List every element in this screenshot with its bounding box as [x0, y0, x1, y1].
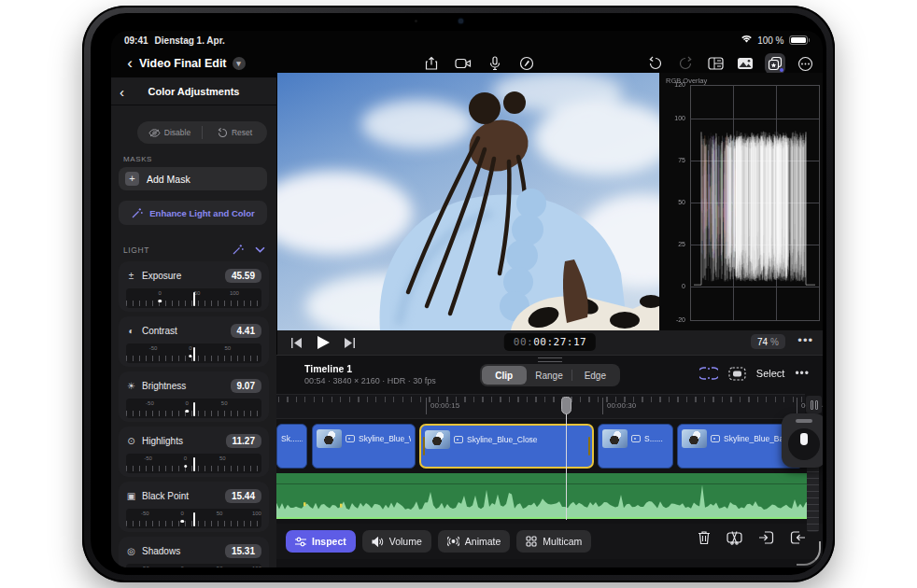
timeline-clip-skyline-blue-wide[interactable]: Skyline_Blue_Wide — [312, 424, 416, 469]
timeline-clip-s-[interactable]: S...... — [598, 424, 673, 469]
ruler-value-indicator — [193, 457, 195, 471]
light-collapse-chevron-icon[interactable] — [255, 246, 265, 253]
snapping-icon[interactable] — [699, 366, 718, 381]
adjustment-ruler[interactable]: 050100 — [126, 288, 261, 308]
timeline-clip-skyline-blue-close[interactable]: Skyline_Blue_Close — [419, 424, 594, 469]
highlights-icon: ⊙ — [126, 436, 136, 446]
multicam-button[interactable]: Multicam — [516, 530, 591, 553]
playhead-handle[interactable] — [561, 397, 571, 414]
adjustment-value[interactable]: 15.44 — [225, 489, 261, 503]
media-icon[interactable] — [735, 53, 755, 74]
mode-range-button[interactable]: Range — [527, 366, 571, 385]
adjustment-contrast: ◐Contrast4.41-50050 — [119, 316, 269, 367]
ruler-origin-dot — [186, 410, 190, 413]
reset-label: Reset — [232, 128, 252, 137]
adjustment-ruler[interactable]: -50050100 — [126, 509, 261, 528]
effects-icon[interactable] — [765, 53, 785, 74]
clip-thumbnail — [425, 430, 450, 449]
ruler-tick-label: 0 — [181, 511, 184, 516]
panel-back-button[interactable]: ‹ — [120, 82, 134, 101]
status-bar: 09:41 Dienstag 1. Apr. 100 % — [111, 31, 823, 49]
adjustment-value[interactable]: 11.27 — [226, 434, 261, 448]
adjustment-value[interactable]: 9.07 — [231, 379, 261, 393]
inspect-button[interactable]: Inspect — [286, 530, 356, 553]
adjustment-label: Exposure — [142, 271, 219, 281]
exposure-icon: ± — [126, 271, 136, 281]
skip-forward-icon[interactable] — [341, 333, 358, 352]
timeline-clip-sk-[interactable]: Sk...... — [276, 424, 307, 469]
timeline-more-icon[interactable]: ••• — [795, 367, 810, 380]
adjustment-label: Contrast — [142, 326, 225, 336]
adjustment-value[interactable]: 15.31 — [225, 544, 261, 558]
light-label: LIGHT — [123, 245, 232, 255]
timecode-display[interactable]: 00:00:27:17 — [504, 333, 596, 351]
timecode-hours: 00: — [514, 336, 533, 348]
ruler-tick-label: 50 — [217, 511, 223, 516]
timeline-toolbar: Inspect Volume Animate Multicam — [276, 524, 823, 559]
audio-waveform-clip[interactable] — [276, 473, 812, 520]
adjustment-ruler[interactable]: -50050 — [126, 454, 261, 473]
clip-thumbnail — [602, 429, 628, 448]
jog-drag-handle[interactable] — [796, 419, 812, 423]
video-viewer[interactable] — [277, 73, 659, 330]
export-icon[interactable] — [421, 53, 442, 74]
clip-appearance-button-1[interactable] — [806, 396, 822, 413]
adjustment-ruler[interactable]: -50050100 — [126, 564, 261, 567]
volume-button[interactable]: Volume — [362, 530, 431, 553]
plus-icon: + — [125, 172, 139, 186]
disable-button[interactable]: Disable — [137, 121, 202, 144]
camera-icon[interactable] — [453, 53, 473, 74]
adjustment-value[interactable]: 45.59 — [225, 269, 261, 283]
ruler-tick-label: 100 — [252, 511, 261, 516]
enhance-label: Enhance Light and Color — [149, 208, 254, 218]
project-title[interactable]: Video Final Edit ▾ — [139, 57, 246, 70]
mode-edge-button[interactable]: Edge — [572, 366, 617, 385]
insert-icon[interactable] — [758, 530, 774, 545]
ruler-tick-label: 50 — [219, 455, 226, 461]
ruler-origin-dot — [184, 465, 188, 469]
adjustment-ruler[interactable]: -50050 — [126, 399, 261, 418]
scope-tick-label: 0 — [661, 283, 685, 289]
play-button[interactable] — [315, 333, 332, 352]
ruler-tick-label: -50 — [141, 511, 149, 516]
blade-icon[interactable] — [727, 530, 742, 545]
ruler-tick-label: -50 — [141, 566, 149, 567]
light-wand-icon[interactable] — [232, 244, 244, 256]
viewer-zoom-control[interactable]: 74% — [751, 334, 785, 349]
viewer-more-icon[interactable]: ••• — [797, 333, 813, 347]
panel-header: ‹ Color Adjustments — [111, 77, 276, 105]
delete-icon[interactable] — [698, 530, 711, 545]
stage: 09:41 Dienstag 1. Apr. 100 % ‹ Video Fin… — [0, 0, 917, 588]
jog-wheel[interactable] — [782, 413, 823, 468]
timeline-ruler[interactable]: 00:00:1500:00:3000:00:45 — [276, 394, 805, 419]
scope-tick-label: 75 — [661, 157, 685, 163]
skip-back-icon[interactable] — [289, 333, 305, 352]
browser-panel-icon[interactable] — [705, 53, 726, 74]
reset-button[interactable]: Reset — [203, 121, 267, 144]
enhance-light-color-button[interactable]: Enhance Light and Color — [119, 201, 267, 225]
more-icon[interactable] — [795, 53, 815, 74]
video-frame — [277, 73, 659, 330]
ruler-origin-dot — [180, 520, 184, 524]
add-mask-button[interactable]: + Add Mask — [119, 167, 267, 190]
mode-clip-button[interactable]: Clip — [482, 366, 527, 385]
adjustment-label: Highlights — [142, 436, 220, 446]
pencil-icon[interactable] — [516, 53, 537, 74]
animate-button[interactable]: Animate — [438, 530, 511, 553]
back-button[interactable]: ‹ — [120, 53, 139, 74]
ruler-tick-label: 100 — [230, 290, 239, 296]
select-tool-icon[interactable] — [728, 367, 746, 381]
scope-tick-label: -20 — [661, 316, 685, 323]
clip-media-icon — [346, 435, 355, 442]
clip-thumbnail — [682, 429, 707, 448]
timeline-info: 00:54 · 3840 × 2160 · HDR · 30 fps — [304, 376, 436, 385]
ruler-value-indicator — [193, 347, 195, 361]
jog-dial[interactable] — [788, 428, 820, 460]
undo-icon[interactable] — [645, 53, 666, 74]
playhead[interactable] — [566, 397, 567, 520]
title-chevron-down-icon[interactable]: ▾ — [233, 57, 246, 70]
adjustment-value[interactable]: 4.41 — [231, 324, 261, 338]
ruler-tick-label: 0 — [158, 290, 161, 296]
microphone-icon[interactable] — [485, 53, 505, 74]
adjustment-ruler[interactable]: -50050 — [126, 343, 261, 363]
